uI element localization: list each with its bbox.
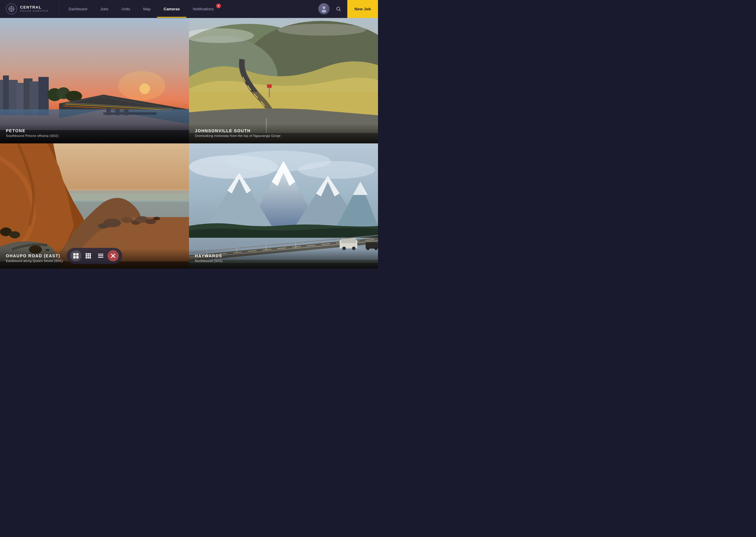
svg-rect-65	[86, 253, 87, 255]
svg-point-58	[10, 231, 20, 238]
camera-haywards[interactable]: HAYWARDS Northbound (SH1)	[189, 144, 378, 269]
nav-item-map[interactable]: Map	[137, 0, 157, 18]
toolbar-grid-small-button[interactable]	[83, 250, 94, 262]
brand-text: CENTRAL POLICE DISPATCH	[20, 5, 48, 13]
brand-name: CENTRAL	[20, 5, 48, 10]
svg-line-10	[339, 10, 341, 11]
nav-item-cameras[interactable]: Cameras	[157, 0, 186, 18]
svg-rect-31	[115, 109, 119, 115]
svg-point-9	[337, 7, 340, 10]
camera-grid: PETONE Southbound Petone offramp (SH2)	[0, 18, 378, 268]
nav-right: New Job	[318, 0, 378, 18]
svg-rect-62	[76, 253, 78, 256]
svg-rect-72	[88, 257, 89, 259]
notification-badge: 7	[216, 4, 221, 8]
svg-rect-71	[86, 257, 87, 259]
camera-johnsonville-overlay: JOHNSONVILLE SOUTH Overlooking motorway …	[189, 124, 378, 144]
svg-rect-73	[89, 257, 91, 259]
camera-johnsonville[interactable]: JOHNSONVILLE SOUTH Overlooking motorway …	[189, 18, 378, 144]
svg-point-50	[121, 217, 133, 223]
svg-rect-74	[98, 254, 103, 255]
svg-rect-30	[106, 108, 111, 115]
svg-rect-68	[86, 255, 87, 257]
svg-point-82	[298, 161, 375, 179]
nav-item-units[interactable]: Units	[115, 0, 137, 18]
toolbar-list-button[interactable]	[95, 250, 106, 262]
svg-rect-15	[3, 75, 9, 114]
svg-point-7	[323, 6, 326, 9]
svg-rect-67	[89, 253, 91, 255]
camera-subtitle-haywards: Northbound (SH1)	[195, 259, 372, 263]
camera-subtitle-petone: Southbound Petone offramp (SH2)	[6, 134, 183, 138]
brand[interactable]: CENTRAL POLICE DISPATCH	[0, 0, 59, 18]
camera-title-haywards: HAYWARDS	[195, 253, 372, 258]
svg-rect-32	[124, 109, 128, 115]
svg-rect-64	[76, 256, 78, 259]
svg-point-8	[322, 10, 326, 13]
svg-rect-70	[89, 255, 91, 257]
svg-rect-66	[88, 253, 89, 255]
navbar: CENTRAL POLICE DISPATCH Dashboard Jobs U…	[0, 0, 378, 18]
camera-petone-overlay: PETONE Southbound Petone offramp (SH2)	[0, 124, 189, 144]
svg-point-55	[153, 217, 160, 220]
camera-haywards-overlay: HAYWARDS Northbound (SH1)	[189, 249, 378, 268]
svg-rect-75	[98, 256, 103, 256]
camera-ohaupo[interactable]: OHAUPO ROAD (East) Eastbound along Queen…	[0, 144, 189, 269]
nav-item-jobs[interactable]: Jobs	[94, 0, 115, 18]
svg-rect-69	[88, 255, 89, 257]
nav-links: Dashboard Jobs Units Map Cameras Notific…	[59, 0, 318, 18]
new-job-button[interactable]: New Job	[347, 0, 378, 18]
search-button[interactable]	[333, 3, 344, 15]
toolbar-grid-large-button[interactable]	[70, 250, 81, 262]
toolbar-close-button[interactable]	[108, 250, 119, 262]
svg-point-13	[139, 84, 150, 94]
svg-rect-61	[73, 253, 75, 256]
svg-point-2	[11, 8, 12, 10]
avatar[interactable]	[318, 3, 330, 15]
camera-petone[interactable]: PETONE Southbound Petone offramp (SH2)	[0, 18, 189, 144]
nav-item-notifications[interactable]: Notifications 7	[186, 0, 223, 18]
camera-subtitle-johnsonville: Overlooking motorway from the top of Nga…	[195, 134, 372, 138]
camera-title-johnsonville: JOHNSONVILLE SOUTH	[195, 128, 372, 133]
svg-rect-63	[73, 256, 75, 259]
svg-rect-40	[267, 84, 272, 88]
camera-title-petone: PETONE	[6, 128, 183, 133]
svg-rect-29	[103, 112, 156, 115]
toolbar	[67, 248, 122, 264]
brand-logo	[6, 3, 17, 15]
svg-point-43	[278, 24, 366, 36]
nav-item-dashboard[interactable]: Dashboard	[62, 0, 94, 18]
svg-rect-76	[98, 257, 103, 258]
brand-sub: POLICE DISPATCH	[20, 10, 48, 13]
svg-point-51	[98, 223, 109, 228]
